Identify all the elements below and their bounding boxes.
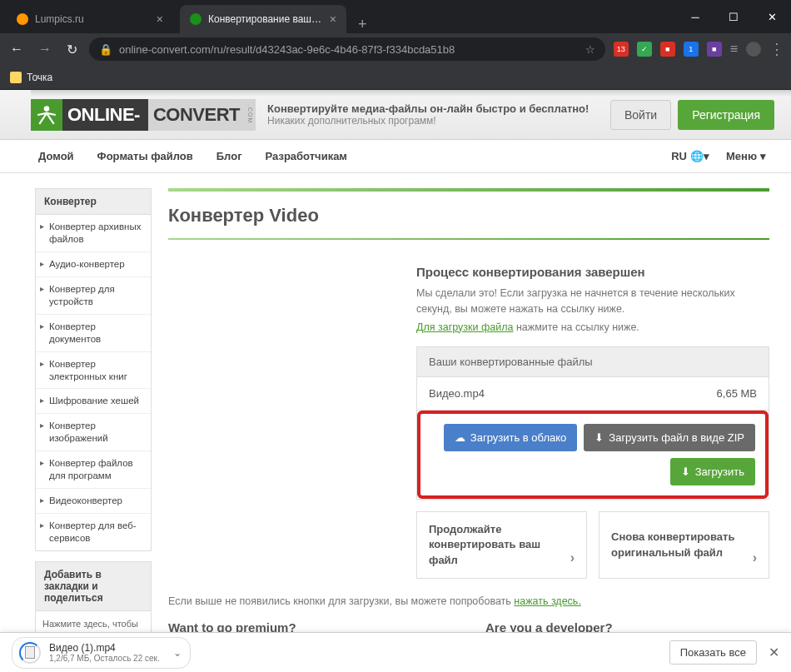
page-title: Конвертер Video xyxy=(168,205,769,226)
address-bar[interactable]: 🔒 online-convert.com/ru/result/d43243ac-… xyxy=(89,37,605,61)
menu-toggle[interactable]: Меню ▾ xyxy=(726,150,766,162)
close-window-button[interactable]: ✕ xyxy=(753,0,791,33)
download-icon: ⬇ xyxy=(594,431,604,444)
sidebar-item[interactable]: Аудио-конвертер xyxy=(36,252,151,277)
sidebar-item[interactable]: Конвертер документов xyxy=(36,315,151,352)
divider xyxy=(168,238,769,240)
chevron-right-icon: › xyxy=(753,549,757,567)
extension-icon[interactable]: ✓ xyxy=(637,42,652,57)
file-size: 6,65 MB xyxy=(717,387,757,400)
sidebar-item[interactable]: Конвертер электронных книг xyxy=(36,352,151,390)
tagline-sub: Никаких дополнительных программ! xyxy=(267,115,610,127)
download-button[interactable]: ⬇Загрузить xyxy=(670,458,755,485)
close-tab-icon[interactable]: × xyxy=(330,12,336,26)
nav-home[interactable]: Домой xyxy=(38,150,74,162)
star-icon[interactable]: ☆ xyxy=(585,43,595,56)
menu-icon[interactable]: ⋮ xyxy=(769,40,784,58)
bookmark-item[interactable]: Точка xyxy=(10,72,52,83)
sidebar-item[interactable]: Шифрование хешей xyxy=(36,389,151,414)
tab-title: Конвертирование ваших файло xyxy=(208,13,323,25)
minimize-button[interactable]: ─ xyxy=(676,0,714,33)
result-title: Процесс конвертирования завершен xyxy=(416,265,769,279)
download-progress-icon xyxy=(19,642,41,664)
show-all-downloads-button[interactable]: Показать все xyxy=(669,640,757,665)
reading-list-icon[interactable]: ≡ xyxy=(730,42,738,57)
download-status: 1,2/6,7 МБ, Осталось 22 сек. xyxy=(49,654,160,663)
chevron-right-icon: › xyxy=(570,549,575,567)
divider xyxy=(168,188,769,192)
extension-icon[interactable]: ■ xyxy=(660,42,675,57)
url-text: online-convert.com/ru/result/d43243ac-9e… xyxy=(119,43,455,56)
sidebar-header: Добавить в закладки и поделиться xyxy=(36,562,151,611)
bookmark-label: Точка xyxy=(27,72,52,83)
sidebar-header: Конвертер xyxy=(36,189,151,215)
new-tab-button[interactable]: + xyxy=(346,16,379,33)
cloud-icon: ☁ xyxy=(455,431,465,444)
file-row: Видео.mp4 6,65 MB xyxy=(417,377,769,411)
download-zip-button[interactable]: ⬇Загрузить файл в виде ZIP xyxy=(584,424,755,451)
sidebar-item[interactable]: Конвертер изображений xyxy=(36,414,151,451)
browser-tab[interactable]: Lumpics.ru × xyxy=(7,5,173,33)
sidebar-item[interactable]: Конвертер для устройств xyxy=(36,277,151,315)
sidebar-item[interactable]: Конвертер архивных файлов xyxy=(36,215,151,252)
fallback-link[interactable]: нажать здесь. xyxy=(514,595,581,607)
extension-icon[interactable]: 1 xyxy=(684,42,699,57)
download-filename: Видео (1).mp4 xyxy=(49,642,160,654)
favicon-icon xyxy=(190,13,201,25)
download-icon: ⬇ xyxy=(681,465,690,478)
register-button[interactable]: Регистрация xyxy=(678,100,774,130)
browser-tab[interactable]: Конвертирование ваших файло × xyxy=(180,5,346,33)
chevron-down-icon[interactable]: ⌄ xyxy=(173,647,182,659)
svg-point-0 xyxy=(44,106,50,112)
result-text: Мы сделали это! Если загрузка не начнетс… xyxy=(416,286,769,317)
back-button[interactable]: ← xyxy=(7,38,27,60)
nav-blog[interactable]: Блог xyxy=(216,150,242,162)
download-link[interactable]: Для загрузки файла xyxy=(416,321,513,333)
file-name: Видео.mp4 xyxy=(429,387,485,400)
result-text: Для загрузки файла нажмите на ссылку ниж… xyxy=(416,320,769,336)
profile-avatar[interactable] xyxy=(746,42,761,57)
close-tab-icon[interactable]: × xyxy=(157,12,163,26)
reload-button[interactable]: ↻ xyxy=(63,38,81,61)
sidebar-item[interactable]: Конвертер для веб-сервисов xyxy=(36,514,151,550)
download-buttons-highlight: ☁Загрузить в облако ⬇Загрузить файл в ви… xyxy=(417,411,769,499)
reconvert-button[interactable]: Снова конвертировать оригинальный файл› xyxy=(599,511,769,579)
fallback-note: Если выше не появились кнопки для загруз… xyxy=(168,595,769,607)
tab-title: Lumpics.ru xyxy=(35,13,150,25)
nav-formats[interactable]: Форматы файлов xyxy=(97,150,193,162)
sidebar-item[interactable]: Видеоконвертер xyxy=(36,489,151,514)
nav-devs[interactable]: Разработчикам xyxy=(266,150,347,162)
forward-button[interactable]: → xyxy=(35,38,55,60)
logo-icon xyxy=(31,99,62,131)
extension-icon[interactable]: ■ xyxy=(707,42,722,57)
sidebar-item[interactable]: Конвертер файлов для программ xyxy=(36,451,151,489)
login-button[interactable]: Войти xyxy=(610,100,671,130)
download-item[interactable]: Видео (1).mp4 1,2/6,7 МБ, Осталось 22 се… xyxy=(12,637,191,669)
lock-icon: 🔒 xyxy=(99,43,112,56)
tagline: Конвертируйте медиа-файлы он-лайн быстро… xyxy=(267,102,610,115)
logo-text: CONVERT xyxy=(148,99,245,131)
files-header: Ваши конвертированные файлы xyxy=(417,347,769,377)
continue-convert-button[interactable]: Продолжайте конвертировать ваш файл› xyxy=(416,511,587,579)
bookmark-folder-icon xyxy=(10,72,22,83)
logo-text: ONLINE- xyxy=(62,99,148,131)
maximize-button[interactable]: ☐ xyxy=(714,0,753,33)
logo-suffix: .COM xyxy=(245,99,256,131)
site-logo[interactable]: ONLINE- CONVERT .COM xyxy=(31,99,256,131)
upload-cloud-button[interactable]: ☁Загрузить в облако xyxy=(444,424,577,451)
favicon-icon xyxy=(17,13,28,25)
extension-icon[interactable]: 13 xyxy=(614,42,629,57)
close-downloads-bar-button[interactable]: ✕ xyxy=(769,645,779,660)
language-selector[interactable]: RU 🌐▾ xyxy=(671,150,709,162)
